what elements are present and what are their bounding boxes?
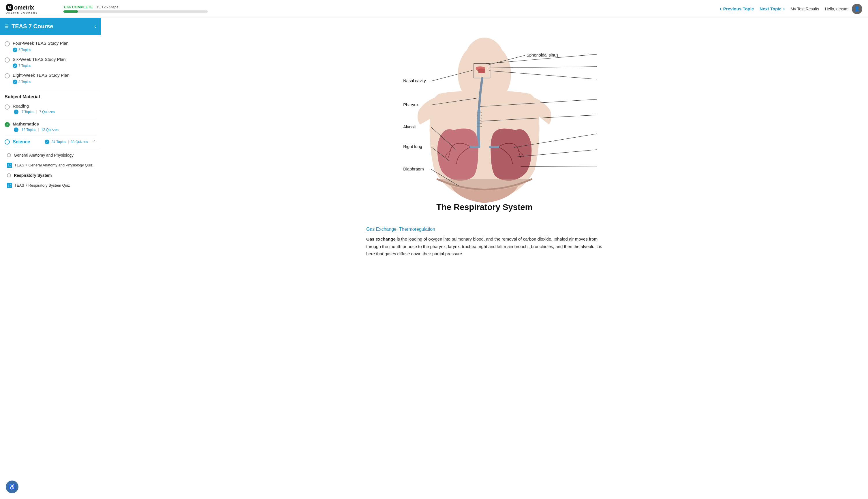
logo-area: M ometrix ONLINE COURSES xyxy=(6,4,58,14)
progress-percent: 10% COMPLETE xyxy=(63,5,93,9)
mathematics-meta: ✓ 12 Topics | 12 Quizzes xyxy=(13,127,59,132)
right-lung-label: Right lung xyxy=(403,144,422,149)
eight-week-title: Eight-Week TEAS Study Plan xyxy=(13,73,96,77)
radio-eight-week[interactable] xyxy=(4,73,10,78)
check-icon: ✓ xyxy=(13,48,17,52)
diagram-container: Sphenoidal sinus Frontal sinus Nasal con… xyxy=(372,24,597,221)
chevron-up-icon: ⌃ xyxy=(92,139,96,144)
user-icon: 👤 xyxy=(854,6,860,12)
radio-four-week[interactable] xyxy=(4,41,10,47)
chevron-right-icon: › xyxy=(783,6,785,12)
check-icon: ✓ xyxy=(13,63,17,68)
progress-steps: 13/125 Steps xyxy=(96,5,119,9)
next-topic-button[interactable]: Next Topic › xyxy=(759,6,785,12)
six-week-title: Six-Week TEAS Study Plan xyxy=(13,57,96,62)
respiratory-svg: Sphenoidal sinus Frontal sinus Nasal con… xyxy=(372,24,597,220)
topic-radio[interactable] xyxy=(7,173,11,178)
brand-name: ometrix xyxy=(14,4,34,10)
sidebar-item-anatomy-quiz[interactable]: ◯ TEAS 7 General Anatomy and Physiology … xyxy=(0,160,101,170)
brand-subtitle: ONLINE COURSES xyxy=(6,12,38,14)
reading-subject[interactable]: Reading ✓ 7 Topics | 7 Quizzes xyxy=(4,101,96,118)
subject-material-section: Subject Material Reading ✓ 7 Topics | 7 … xyxy=(0,90,101,136)
subject-material-heading: Subject Material xyxy=(4,90,96,101)
mathematics-title: Mathematics xyxy=(13,121,59,126)
progress-bar-background xyxy=(63,10,208,13)
pharynx-label: Pharynx xyxy=(403,102,419,107)
progress-area: 10% COMPLETE 13/125 Steps xyxy=(63,5,208,13)
nasal-cavity-label: Nasal cavity xyxy=(403,78,426,83)
check-icon: ✓ xyxy=(14,127,18,132)
six-week-badge: ✓ 7 Topics xyxy=(13,63,31,68)
top-navigation: M ometrix ONLINE COURSES 10% COMPLETE 13… xyxy=(0,0,868,18)
logo: M ometrix ONLINE COURSES xyxy=(6,4,38,14)
science-title: Science xyxy=(13,139,42,145)
science-header[interactable]: Science ✓ 34 Topics | 33 Quizzes ⌃ xyxy=(0,136,101,148)
check-icon: ✓ xyxy=(14,110,18,114)
sidebar-collapse-button[interactable]: ‹ xyxy=(94,23,96,29)
svg-point-1 xyxy=(465,38,504,83)
science-topics-list: General Anatomy and Physiology ◯ TEAS 7 … xyxy=(0,148,101,192)
progress-bar-fill xyxy=(63,10,78,13)
reading-meta: ✓ 7 Topics | 7 Quizzes xyxy=(13,110,55,114)
sidebar-header: ☰ TEAS 7 Course ‹ xyxy=(0,18,101,35)
radio-six-week[interactable] xyxy=(4,57,10,63)
course-icon: ☰ xyxy=(4,24,9,29)
bold-term: Gas exchange xyxy=(366,236,396,241)
chevron-left-icon: ‹ xyxy=(720,6,721,12)
quiz-label: TEAS 7 Respiratory System Quiz xyxy=(14,183,70,187)
respiratory-diagram: Sphenoidal sinus Frontal sinus Nasal con… xyxy=(366,24,603,221)
topic-label: Respiratory System xyxy=(14,173,52,178)
list-item[interactable]: Six-Week TEAS Study Plan ✓ 7 Topics xyxy=(4,54,96,71)
quiz-icon: ◯ xyxy=(7,183,12,188)
main-content: Sphenoidal sinus Frontal sinus Nasal con… xyxy=(101,18,868,499)
alveoli-label: Alveoli xyxy=(403,125,416,129)
diaphragm-label: Diaphragm xyxy=(403,167,424,171)
content-paragraph: Gas exchange is the loading of oxygen in… xyxy=(366,235,603,258)
radio-reading[interactable] xyxy=(4,105,10,110)
sidebar-title: TEAS 7 Course xyxy=(12,23,91,30)
mathematics-subject[interactable]: ✓ Mathematics ✓ 12 Topics | 12 Quizzes xyxy=(4,119,96,136)
check-icon: ✓ xyxy=(13,80,17,84)
four-week-badge: ✓ 5 Topics xyxy=(13,48,31,52)
science-section: Science ✓ 34 Topics | 33 Quizzes ⌃ xyxy=(0,136,101,192)
reading-title: Reading xyxy=(13,104,55,108)
gas-exchange-link[interactable]: Gas Exchange, Thermoregulation xyxy=(366,227,603,232)
topic-radio[interactable] xyxy=(7,153,11,157)
diagram-title: The Respiratory System xyxy=(436,203,532,212)
my-test-results-link[interactable]: My Test Results xyxy=(791,7,819,11)
sphenoidal-sinus-label: Sphenoidal sinus xyxy=(526,53,559,57)
topic-label: General Anatomy and Physiology xyxy=(14,153,74,158)
sidebar-item-respiratory[interactable]: Respiratory System xyxy=(0,170,101,181)
study-plans-section: Four-Week TEAS Study Plan ✓ 5 Topics Six… xyxy=(0,35,101,90)
check-icon: ✓ xyxy=(45,139,49,144)
sidebar-item-respiratory-quiz[interactable]: ◯ TEAS 7 Respiratory System Quiz xyxy=(0,181,101,190)
accessibility-icon: ♿ xyxy=(9,484,16,490)
accessibility-button[interactable]: ♿ xyxy=(6,480,18,493)
sidebar-content: Four-Week TEAS Study Plan ✓ 5 Topics Six… xyxy=(0,35,101,499)
list-item[interactable]: Eight-Week TEAS Study Plan ✓ 8 Topics xyxy=(4,70,96,86)
user-greeting: Hello, aexum! 👤 xyxy=(825,4,862,14)
sidebar-item-general-anatomy[interactable]: General Anatomy and Physiology xyxy=(0,150,101,160)
four-week-title: Four-Week TEAS Study Plan xyxy=(13,41,96,46)
nav-actions: ‹ Previous Topic Next Topic › My Test Re… xyxy=(720,4,862,14)
science-radio[interactable] xyxy=(4,139,10,145)
math-complete-icon: ✓ xyxy=(4,122,10,127)
previous-topic-button[interactable]: ‹ Previous Topic xyxy=(720,6,754,12)
list-item[interactable]: Four-Week TEAS Study Plan ✓ 5 Topics xyxy=(4,38,96,54)
quiz-icon: ◯ xyxy=(7,163,12,168)
quiz-label: TEAS 7 General Anatomy and Physiology Qu… xyxy=(14,163,92,167)
paragraph-text: is the loading of oxygen into pulmonary … xyxy=(366,236,602,256)
user-avatar: 👤 xyxy=(852,4,862,14)
science-meta: ✓ 34 Topics | 33 Quizzes xyxy=(45,139,88,144)
sidebar: ☰ TEAS 7 Course ‹ Four-Week TEAS Study P… xyxy=(0,18,101,499)
eight-week-badge: ✓ 8 Topics xyxy=(13,80,31,84)
